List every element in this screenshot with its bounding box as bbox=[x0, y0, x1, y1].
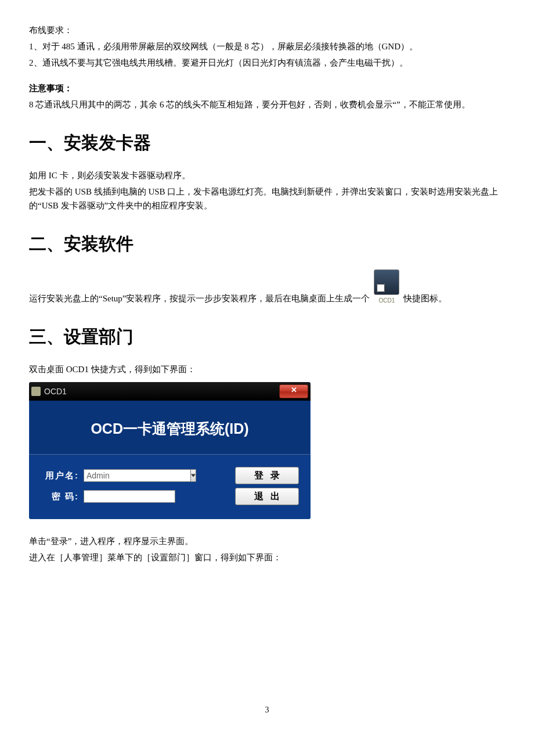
login-form: 用户名: 登录 密 码: 退出 bbox=[29, 454, 311, 519]
password-input[interactable] bbox=[84, 490, 175, 503]
exit-button[interactable]: 退出 bbox=[235, 488, 299, 505]
wiring-title: 布线要求： bbox=[29, 23, 505, 37]
section3-after2: 进入在［人事管理］菜单下的［设置部门］窗口，得到如下界面： bbox=[29, 550, 505, 564]
wiring-item-1: 1、对于 485 通讯，必须用带屏蔽层的双绞网线（一般是 8 芯），屏蔽层必须接… bbox=[29, 39, 505, 53]
username-combo[interactable] bbox=[84, 469, 175, 482]
login-window: OCD1 ✕ OCD一卡通管理系统(ID) 用户名: 登录 密 码: 退出 bbox=[29, 382, 311, 519]
login-button[interactable]: 登录 bbox=[235, 467, 299, 484]
page-number: 3 bbox=[29, 704, 505, 717]
close-button[interactable]: ✕ bbox=[279, 384, 308, 398]
window-icon bbox=[31, 387, 41, 396]
heading-install-software: 二、安装软件 bbox=[29, 230, 505, 258]
ocd1-icon-label: OCD1 bbox=[379, 296, 395, 305]
section1-p2: 把发卡器的 USB 线插到电脑的 USB 口上，发卡器电源红灯亮。电脑找到新硬件… bbox=[29, 185, 505, 213]
notice-title: 注意事项： bbox=[29, 81, 505, 95]
app-title: OCD一卡通管理系统(ID) bbox=[29, 401, 311, 454]
window-title: OCD1 bbox=[44, 385, 67, 398]
password-label: 密 码: bbox=[41, 489, 79, 503]
username-label: 用户名: bbox=[41, 469, 79, 483]
section3-after1: 单击“登录”，进入程序，程序显示主界面。 bbox=[29, 534, 505, 548]
section1-p1: 如用 IC 卡，则必须安装发卡器驱动程序。 bbox=[29, 168, 505, 182]
chevron-down-icon[interactable] bbox=[191, 469, 196, 482]
ocd1-desktop-icon: OCD1 bbox=[372, 269, 401, 305]
heading-install-card-issuer: 一、安装发卡器 bbox=[29, 129, 505, 157]
section2-post-text: 快捷图标。 bbox=[403, 291, 447, 305]
heading-set-department: 三、设置部门 bbox=[29, 323, 505, 351]
titlebar: OCD1 ✕ bbox=[29, 382, 311, 401]
section2-pre-text: 运行安装光盘上的“Setup”安装程序，按提示一步步安装程序，最后在电脑桌面上生… bbox=[29, 291, 370, 305]
ocd1-icon-graphic bbox=[374, 269, 399, 295]
username-input[interactable] bbox=[84, 469, 191, 482]
section3-p1: 双击桌面 OCD1 快捷方式，得到如下界面： bbox=[29, 362, 505, 376]
notice-body: 8 芯通讯线只用其中的两芯，其余 6 芯的线头不能互相短路，要分开包好，否则，收… bbox=[29, 98, 505, 111]
wiring-item-2: 2、通讯线不要与其它强电线共用线槽。要避开日光灯（因日光灯内有镇流器，会产生电磁… bbox=[29, 56, 505, 70]
